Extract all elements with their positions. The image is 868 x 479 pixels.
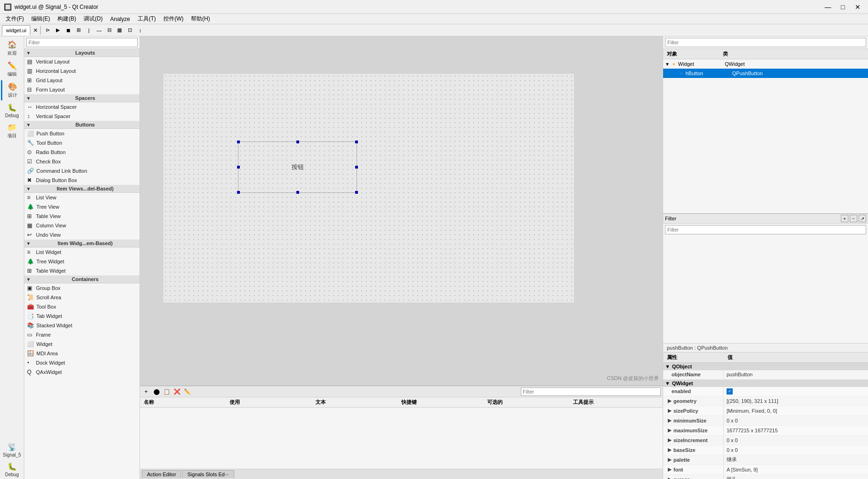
group-containers[interactable]: ▼ Containers	[24, 275, 140, 283]
prop-sizepolicy[interactable]: ▶sizePolicy [Minimum, Fixed, 0, 0]	[663, 406, 868, 416]
sizeincrement-expand-btn[interactable]: ▶	[666, 437, 673, 444]
basesize-expand-btn[interactable]: ▶	[666, 446, 673, 454]
toolbar-btn-9[interactable]: ⊡	[125, 26, 134, 35]
handle-tr[interactable]	[355, 141, 358, 143]
toolbar-btn-2[interactable]: ▶	[53, 26, 63, 35]
activity-design[interactable]: 🎨 设计	[1, 80, 23, 100]
group-buttons[interactable]: ▼ Buttons	[24, 121, 140, 129]
prop-palette[interactable]: ▶palette 继承	[663, 455, 868, 465]
maximumsize-expand-btn[interactable]: ▶	[666, 427, 673, 434]
toolbar-btn-7[interactable]: ⊟	[105, 26, 114, 35]
bottom-btn-3[interactable]: 📋	[162, 387, 171, 396]
menu-item-e[interactable]: 编辑(E)	[28, 14, 54, 24]
group-spacers[interactable]: ▼ Spacers	[24, 94, 140, 102]
obj-row-hbutton[interactable]: 🔹 hButton QPushButton	[663, 69, 868, 78]
cursor-expand-btn[interactable]: ▶	[666, 476, 673, 479]
widget-stacked-widget[interactable]: 📚 Stacked Widget	[24, 321, 140, 330]
menu-item-analyze[interactable]: Analyze	[106, 15, 134, 23]
prop-objectname-value[interactable]: pushButton	[724, 371, 868, 378]
toolbar-btn-6[interactable]: —	[94, 26, 104, 35]
prop-objectname[interactable]: objectName pushButton	[663, 370, 868, 380]
props-filter-input[interactable]	[665, 225, 866, 234]
prop-cursor[interactable]: ▶cursor 箭头	[663, 475, 868, 479]
maximize-button[interactable]: □	[836, 2, 849, 12]
props-btn-arrow[interactable]: ↗	[859, 215, 866, 222]
widget-dialog-button-box[interactable]: ✖ Dialog Button Box	[24, 176, 140, 185]
widget-group-box[interactable]: ▣ Group Box	[24, 283, 140, 293]
menu-item-f[interactable]: 文件(F)	[2, 14, 28, 24]
bottom-btn-4[interactable]: ❌	[173, 387, 181, 396]
widget-dock-widget[interactable]: 🞄 Dock Widget	[24, 358, 140, 367]
bottom-btn-2[interactable]: ⬤	[152, 387, 161, 396]
prop-font[interactable]: ▶font A [SimSun, 9]	[663, 465, 868, 475]
minimumsize-expand-btn[interactable]: ▶	[666, 417, 673, 424]
widget-column-view[interactable]: ▦ Column View	[24, 221, 140, 230]
props-btn-minus[interactable]: −	[850, 215, 857, 222]
widget-radio-button[interactable]: ⊙ Radio Button	[24, 148, 140, 157]
widget-frame[interactable]: ▭ Frame	[24, 330, 140, 339]
activity-signal[interactable]: 📡 Signal_5	[1, 441, 23, 459]
prop-minimumsize[interactable]: ▶minimumSize 0 x 0	[663, 416, 868, 426]
toolbar-btn-4[interactable]: ⊞	[74, 26, 83, 35]
widget-undo-view[interactable]: ↩ Undo View	[24, 230, 140, 240]
prop-maximumsize[interactable]: ▶maximumSize 16777215 x 16777215	[663, 426, 868, 436]
group-layouts[interactable]: ▼ Layouts	[24, 49, 140, 57]
widget-h-spacer[interactable]: ↔ Horizontal Spacer	[24, 102, 140, 112]
widget-table-view[interactable]: ⊞ Table View	[24, 211, 140, 221]
widget-tree-widget[interactable]: 🌲 Tree Widget	[24, 257, 140, 266]
bottom-btn-1[interactable]: +	[142, 387, 150, 396]
minimize-button[interactable]: —	[821, 2, 834, 12]
prop-enabled[interactable]: enabled ✓	[663, 387, 868, 396]
widget-qax-widget[interactable]: Q QAxWidget	[24, 367, 140, 377]
widget-list-widget[interactable]: ≡ List Widget	[24, 247, 140, 257]
sizepolicy-expand-btn[interactable]: ▶	[666, 407, 673, 415]
widget-table-widget[interactable]: ⊞ Table Widget	[24, 266, 140, 275]
widget-scroll-area[interactable]: 📜 Scroll Area	[24, 293, 140, 302]
menu-item-b[interactable]: 构建(B)	[54, 14, 80, 24]
handle-mr[interactable]	[355, 166, 358, 169]
handle-bm[interactable]	[296, 191, 299, 194]
canvas-main[interactable]: 按钮 CSDN @皮孩的小世界	[140, 36, 663, 386]
toolbar-close-icon[interactable]: ✕	[33, 27, 38, 34]
widget-widget[interactable]: ⬜ Widget	[24, 339, 140, 349]
bottom-btn-5[interactable]: ✏️	[183, 387, 191, 396]
geometry-expand-btn[interactable]: ▶	[666, 397, 673, 405]
widget-horizontal-layout[interactable]: ▥ Horizontal Layout	[24, 66, 140, 76]
widget-command-link[interactable]: 🔗 Command Link Button	[24, 166, 140, 176]
toolbar-btn-10[interactable]: ↕	[135, 26, 145, 35]
widget-v-spacer[interactable]: ↕ Vertical Spacer	[24, 112, 140, 121]
canvas-widget-area[interactable]: 按钮	[163, 74, 574, 303]
palette-expand-btn[interactable]: ▶	[666, 456, 673, 464]
section-qobject[interactable]: ▼ QObject	[663, 363, 868, 370]
widget-list-view[interactable]: ≡ List View	[24, 193, 140, 202]
close-button[interactable]: ✕	[851, 2, 864, 12]
activity-debug[interactable]: 🐛 Debug	[1, 101, 23, 120]
handle-br[interactable]	[355, 191, 358, 194]
activity-edit[interactable]: ✏️ 编辑	[1, 59, 23, 79]
menu-item-h[interactable]: 帮助(H)	[187, 14, 214, 24]
widget-tool-button[interactable]: 🔧 Tool Button	[24, 138, 140, 148]
widget-push-button[interactable]: ⬜ Push Button	[24, 129, 140, 138]
selected-widget[interactable]: 按钮	[238, 141, 357, 193]
menu-item-d[interactable]: 调试(D)	[80, 14, 106, 24]
prop-geometry[interactable]: ▶geometry [(250, 190), 321 x 111]	[663, 396, 868, 406]
handle-bl[interactable]	[237, 191, 240, 194]
toolbar-btn-3[interactable]: ⏹	[63, 26, 73, 35]
widget-form-layout[interactable]: ⊟ Form Layout	[24, 85, 140, 94]
activity-welcome[interactable]: 🏠 欢迎	[1, 38, 23, 58]
widget-tree-view[interactable]: 🌲 Tree View	[24, 202, 140, 211]
group-item-views[interactable]: ▼ Item Views...del-Based)	[24, 185, 140, 193]
obj-row-widget[interactable]: ▼ 🔸 Widget QWidget	[663, 59, 868, 69]
widget-grid-layout[interactable]: ⊞ Grid Layout	[24, 76, 140, 85]
activity-debug2[interactable]: 🐛 Debug	[1, 460, 23, 479]
handle-ml[interactable]	[237, 166, 240, 169]
toolbar-btn-1[interactable]: ⊳	[43, 26, 52, 35]
handle-tl[interactable]	[237, 141, 240, 143]
menu-item-w[interactable]: 控件(W)	[160, 14, 187, 24]
widget-tab-widget[interactable]: 📑 Tab Widget	[24, 311, 140, 321]
toolbar-btn-5[interactable]: |	[84, 26, 93, 35]
section-qwidget[interactable]: ▼ QWidget	[663, 380, 868, 387]
tab-action-editor[interactable]: Action Editor	[142, 470, 181, 478]
handle-tm[interactable]	[296, 141, 299, 143]
file-tab[interactable]: widget.ui	[2, 25, 30, 35]
